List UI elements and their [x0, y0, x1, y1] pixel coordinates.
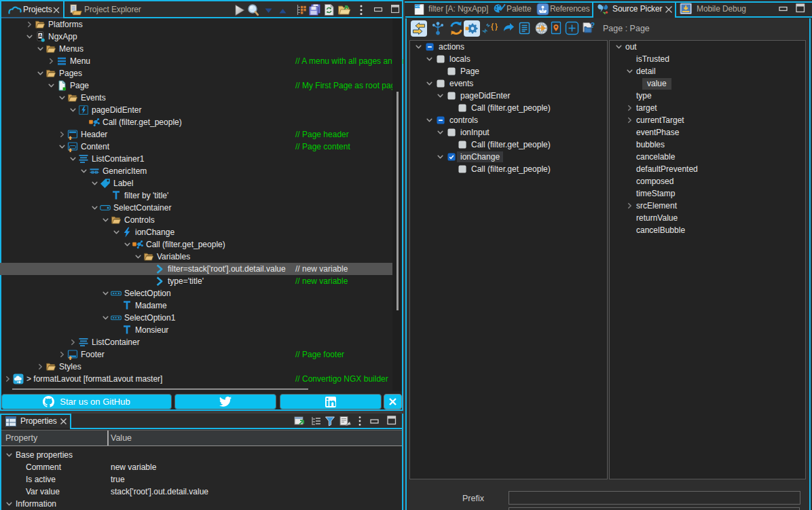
svg-text:HTM: HTM	[416, 5, 421, 8]
svg-text:?: ?	[591, 22, 595, 29]
